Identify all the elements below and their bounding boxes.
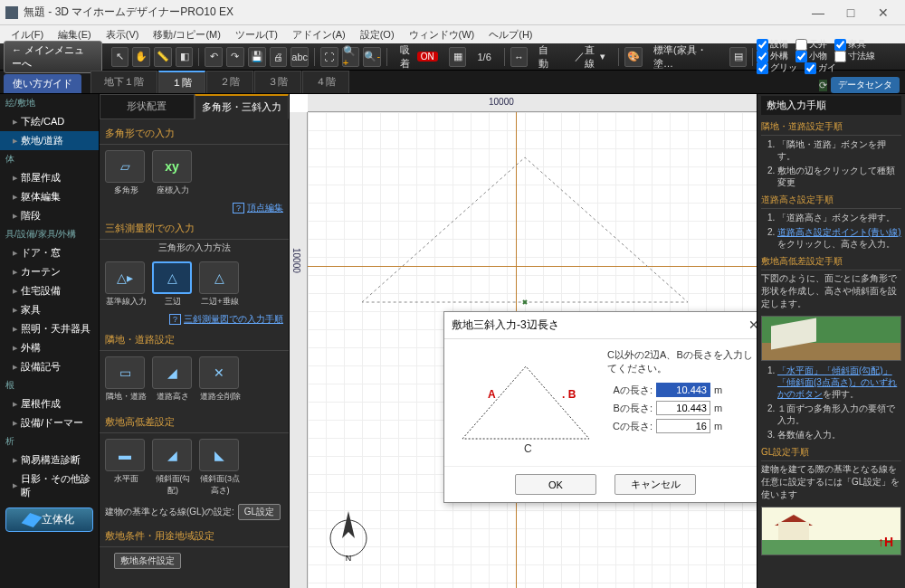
- menu-item[interactable]: ウィンドウ(W): [402, 28, 482, 42]
- floor-tab[interactable]: ３階: [254, 71, 301, 93]
- menu-item[interactable]: ツール(T): [228, 28, 285, 42]
- zoom-in-icon[interactable]: 🔍+: [342, 47, 360, 67]
- menu-item[interactable]: 編集(E): [51, 28, 99, 42]
- visibility-check[interactable]: 外構: [757, 51, 788, 62]
- nav-item[interactable]: 部屋作成: [0, 168, 99, 187]
- redo-icon[interactable]: ↷: [226, 47, 244, 67]
- maximize-button[interactable]: □: [834, 3, 867, 23]
- toolpanel-tab[interactable]: 形状配置: [100, 94, 195, 119]
- nav-item[interactable]: 設備記号: [0, 357, 99, 376]
- dialog-cancel-button[interactable]: キャンセル: [614, 474, 696, 495]
- nav-item[interactable]: 躯体編集: [0, 187, 99, 206]
- length-input[interactable]: [656, 383, 710, 397]
- visibility-check[interactable]: 小物: [795, 51, 827, 62]
- grid-ratio[interactable]: 1/6: [472, 47, 496, 67]
- line-mode[interactable]: ／直線 ▾: [569, 47, 612, 67]
- cloud-icon[interactable]: ⟳: [819, 80, 827, 91]
- print-icon[interactable]: 🖨: [270, 47, 288, 67]
- tool-a-icon[interactable]: ◧: [176, 47, 194, 67]
- main-menu-button[interactable]: ← メインメニューへ: [4, 41, 102, 73]
- tool-tile[interactable]: ◣傾斜面(3点高さ): [199, 439, 241, 497]
- drawing-canvas[interactable]: 10000 10000 N 敷地三斜入力-3辺長さ ✕: [290, 94, 757, 588]
- usage-guide-button[interactable]: 使い方ガイド: [4, 74, 81, 93]
- dim-icon[interactable]: ↔: [510, 47, 529, 67]
- length-input[interactable]: [656, 401, 710, 415]
- grid-icon[interactable]: ▦: [449, 47, 467, 67]
- floor-tab[interactable]: １階: [158, 71, 205, 93]
- menu-item[interactable]: アドイン(A): [285, 28, 353, 42]
- nav-item[interactable]: 階段: [0, 206, 99, 225]
- nav-item[interactable]: 家具: [0, 300, 99, 319]
- tool-tile[interactable]: ▬水平面: [105, 439, 147, 485]
- floor-tab[interactable]: ４階: [302, 71, 349, 93]
- nav-item[interactable]: 照明・天井器具: [0, 319, 99, 338]
- nav-item[interactable]: 簡易構造診断: [0, 450, 99, 469]
- hint-sansha[interactable]: 三斜測量図での入力手順: [184, 314, 283, 324]
- section-neighbor-road: 隣地・道路設定: [100, 329, 289, 351]
- visibility-check[interactable]: 天井: [795, 39, 827, 51]
- toolpanel-tab[interactable]: 多角形・三斜入力: [195, 94, 290, 119]
- solidify-button[interactable]: 立体化: [5, 507, 93, 532]
- help-step: 敷地の辺をクリックして種類変更: [777, 165, 901, 188]
- floor-tab[interactable]: 地下１階: [90, 71, 157, 93]
- tool-tile[interactable]: ▭隣地・道路: [105, 356, 147, 403]
- undo-icon[interactable]: ↶: [205, 47, 223, 67]
- menu-item[interactable]: 表示(V): [99, 28, 147, 42]
- text-icon[interactable]: abc: [291, 47, 309, 67]
- close-button[interactable]: ✕: [867, 3, 900, 23]
- floor-tab[interactable]: ２階: [206, 71, 253, 93]
- tool-tile[interactable]: ◢傾斜面(勾配): [152, 439, 194, 497]
- layers-icon[interactable]: ▤: [729, 47, 748, 67]
- visibility-check[interactable]: 寸法線: [834, 51, 875, 62]
- tool-tile[interactable]: △▸基準線入力: [105, 261, 147, 308]
- nav-item[interactable]: ドア・窓: [0, 243, 99, 262]
- nav-item[interactable]: 屋根作成: [0, 394, 99, 413]
- snap-toggle[interactable]: 吸着 ON: [395, 47, 443, 67]
- nav-item[interactable]: 下絵/CAD: [0, 112, 99, 131]
- zoom-out-icon[interactable]: 🔍-: [363, 47, 381, 67]
- toolbar: ← メインメニューへ ↖ ✋ 📏 ◧ ↶ ↷ 💾 🖨 abc ⛶ 🔍+ 🔍- 吸…: [0, 43, 905, 71]
- svg-text:A: A: [488, 388, 496, 401]
- dialog-ok-button[interactable]: OK: [515, 474, 596, 495]
- measure-icon[interactable]: 📏: [154, 47, 172, 67]
- nav-item[interactable]: カーテン: [0, 262, 99, 281]
- visibility-check[interactable]: 家具: [834, 39, 866, 51]
- visibility-check[interactable]: グリッ: [757, 62, 797, 74]
- auto-label[interactable]: 自動: [533, 47, 562, 67]
- tool-tile[interactable]: ◢道路高さ: [152, 356, 194, 403]
- visibility-check[interactable]: 設備: [757, 39, 788, 51]
- save-icon[interactable]: 💾: [248, 47, 266, 67]
- dialog-close-icon[interactable]: ✕: [748, 318, 757, 333]
- menu-item[interactable]: 移動/コピー(M): [146, 28, 228, 42]
- datacenter-button[interactable]: データセンタ: [831, 77, 900, 93]
- style-select[interactable]: 標準(家具・塗…: [648, 47, 724, 67]
- tool-tile[interactable]: △三辺: [152, 261, 194, 308]
- help-panel: 敷地入力手順 隣地・道路設定手順 「隣地・道路」ボタンを押す。敷地の辺をクリック…: [757, 94, 905, 588]
- minimize-button[interactable]: —: [802, 3, 834, 23]
- nav-item[interactable]: 住宅設備: [0, 281, 99, 300]
- zoom-extent-icon[interactable]: ⛶: [320, 47, 338, 67]
- tool-tile[interactable]: ▱多角形: [105, 150, 147, 196]
- tool-tile[interactable]: ✕道路全削除: [199, 356, 241, 403]
- cursor-icon[interactable]: ↖: [111, 47, 129, 67]
- menu-item[interactable]: イル(F): [4, 28, 51, 42]
- left-nav: 絵/敷地下絵/CAD敷地/道路体部屋作成躯体編集階段具/設備/家具/外構ドア・窓…: [0, 94, 100, 588]
- visibility-check[interactable]: ガイ: [805, 62, 836, 74]
- site-conditions-button[interactable]: 敷地条件設定: [114, 553, 181, 569]
- gl-setting-button[interactable]: GL設定: [238, 504, 281, 520]
- length-input[interactable]: [656, 419, 710, 433]
- tool-tile[interactable]: △二辺+垂線: [199, 261, 241, 308]
- nav-item[interactable]: 外構: [0, 338, 99, 357]
- triangle-preview: [353, 148, 697, 311]
- nav-item[interactable]: 敷地/道路: [0, 131, 99, 150]
- menu-item[interactable]: 設定(O): [353, 28, 402, 42]
- tool-tile[interactable]: xy座標入力: [152, 150, 194, 196]
- help-step: 「道路高さ」ボタンを押す。: [777, 212, 901, 223]
- nav-item[interactable]: 日影・その他診断: [0, 469, 99, 502]
- pan-icon[interactable]: ✋: [132, 47, 150, 67]
- nav-item[interactable]: 設備/ドーマー: [0, 413, 99, 432]
- hint-vertex-edit[interactable]: 頂点編集: [247, 203, 283, 213]
- palette-icon[interactable]: 🎨: [624, 47, 643, 67]
- app-icon: [5, 6, 18, 19]
- menu-item[interactable]: ヘルプ(H): [481, 28, 539, 42]
